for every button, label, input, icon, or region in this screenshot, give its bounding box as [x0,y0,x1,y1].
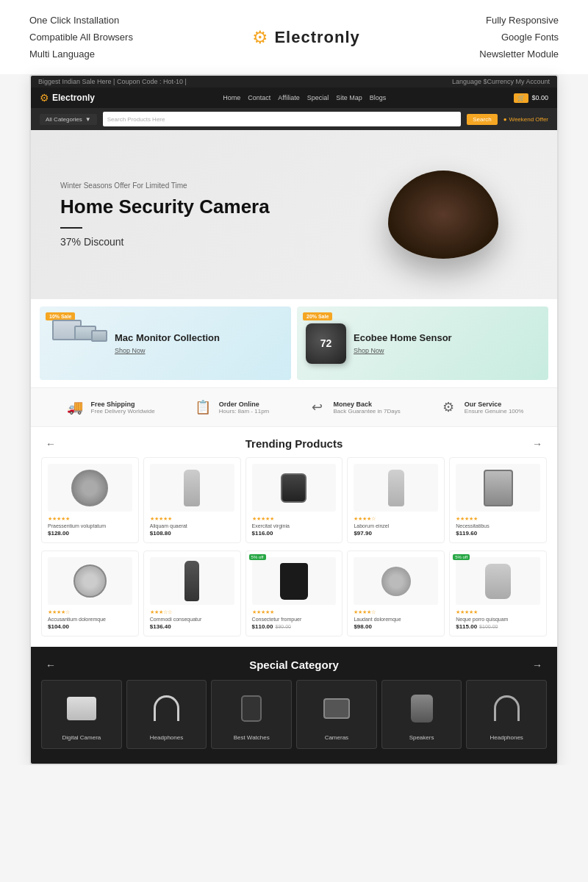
product-img-1 [48,464,132,512]
ecobee-product-image: 72 [306,323,346,364]
hero-title: Home Security Camera [60,196,270,218]
product-price-old-10: $100.00 [479,624,498,629]
top-features-bar: One Click Installation Compatible All Br… [0,0,588,74]
order-sub: Hours: 8am - 11pm [219,408,269,415]
smartwatch-icon [241,695,262,722]
product-price-6: $104.00 [48,623,132,630]
feature-3: Multi Language [29,49,133,60]
category-headphones[interactable]: Headphones [126,680,207,749]
product-card-8[interactable]: 5% off ★★★★★ Consectetur frompuer $110.0… [245,551,343,637]
nav-home[interactable]: Home [223,94,240,101]
moneyback-icon: ↩ [306,397,327,417]
site-cart[interactable]: 🛒 $0.00 [514,93,548,103]
feature-1: One Click Installation [29,15,133,26]
brand-logo-area: ⚙ Electronly [133,27,479,48]
product-name-2: Aliquam quaerat [150,523,234,528]
speakers-img [387,688,457,728]
service-title: Our Service [465,401,524,408]
product-price-2: $108.80 [150,530,234,537]
hero-content: Winter Seasons Offer For Limited Time Ho… [60,182,270,248]
category-watches[interactable]: Best Watches [211,680,292,749]
product-card-5[interactable]: ★★★★★ Necessitatibus $119.60 [449,457,547,543]
product-card-10[interactable]: 5% off ★★★★★ Neque porro quisquam $115.0… [449,551,547,637]
search-input[interactable]: Search Products Here [103,112,462,126]
product-name-9: Laudant doloremque [354,617,438,622]
search-bar[interactable]: All Categories ▼ Search Products Here Se… [31,108,557,130]
special-prev-arrow[interactable]: ← [46,659,56,671]
nav-contact[interactable]: Contact [248,94,270,101]
product-img-6 [48,557,132,605]
product-stars-8: ★★★★★ [252,609,337,615]
product-img-10 [456,557,540,605]
nav-affiliate[interactable]: Affiliate [278,94,299,101]
product-stars-2: ★★★★★ [150,516,234,522]
promo-banner-2[interactable]: 20% Sale 72 Ecobee Home Sensor Shop Now [297,306,548,380]
product-price-10: $115.00 [456,623,477,630]
category-cameras[interactable]: Cameras [296,680,377,749]
feature-order: 📋 Order Online Hours: 8am - 11pm [193,397,269,417]
product-price-9: $98.00 [354,623,438,630]
feature-moneyback: ↩ Money Back Back Guarantee in 7Days [306,397,400,417]
product-card-9[interactable]: ★★★★☆ Laudant doloremque $98.00 [347,551,445,637]
promo-link-1[interactable]: Shop Now [115,347,220,354]
feature-2: Compatible All Browsers [29,32,133,43]
product-card-4[interactable]: ★★★★☆ Laborum einzel $97.90 [347,457,445,543]
trending-prev-arrow[interactable]: ← [46,438,56,450]
feature-6: Newsletter Module [479,49,559,60]
site-logo-icon: ⚙ [40,92,49,104]
product-card-1[interactable]: ★★★★★ Praessentium voluptatum $128.00 [41,457,139,543]
product-img-4 [354,464,438,512]
feature-service: ⚙ Our Service Ensure Genuine 100% [438,397,524,417]
promo-content-2: Ecobee Home Sensor Shop Now [354,332,452,355]
category-headphones-2[interactable]: Headphones [466,680,547,749]
feature-5: Google Fonts [479,32,559,43]
promo-link-2[interactable]: Shop Now [354,347,452,354]
cam2-product-icon [484,470,513,506]
logo-icon: ⚙ [252,27,268,48]
watches-label: Best Watches [216,734,287,741]
product-img-8 [252,557,337,605]
promo-product-1-image [49,320,107,368]
nav-special[interactable]: Special [307,94,329,101]
headphones-img [132,688,202,728]
moneyback-sub: Back Guarantee in 7Days [333,408,400,415]
promo-title-1: Mac Monitor Collection [115,332,220,345]
promo-content-1: Mac Monitor Collection Shop Now [115,332,220,355]
service-sub: Ensure Genuine 100% [465,408,524,415]
feature-shipping: 🚚 Free Shipping Free Delivery Worldwide [65,397,155,417]
product-price-7: $136.40 [150,623,234,630]
category-digital-camera[interactable]: Digital Camera [41,680,122,749]
product-card-6[interactable]: ★★★★☆ Accusantium doloremque $104.00 [41,551,139,637]
product-card-3[interactable]: ★★★★★ Exercitat virginia $116.00 [245,457,343,543]
digital-camera-label: Digital Camera [46,734,117,741]
hero-banner: Winter Seasons Offer For Limited Time Ho… [31,130,557,299]
speakers-icon [411,695,433,723]
site-nav[interactable]: ⚙ Electronly Home Contact Affiliate Spec… [31,87,557,108]
product-price-5: $119.60 [456,530,540,537]
product-stars-10: ★★★★★ [456,609,540,615]
site-nav-menu[interactable]: Home Contact Affiliate Special Site Map … [223,94,386,101]
category-speakers[interactable]: Speakers [381,680,462,749]
categories-dropdown[interactable]: All Categories ▼ [40,114,97,125]
trending-next-arrow[interactable]: → [532,438,542,450]
watches-img [216,688,287,728]
digital-camera-icon [67,697,96,720]
product-card-7[interactable]: ★★★☆☆ Commodi consequatur $136.40 [143,551,241,637]
promo-banner-1[interactable]: 10% Sale Mac Monitor Collection Shop Now [40,306,291,380]
bottle-product-icon [184,470,200,506]
search-button[interactable]: Search [467,114,497,125]
product-stars-5: ★★★★★ [456,516,540,522]
special-header: ← Special Category → [31,647,557,680]
product-card-2[interactable]: ★★★★★ Aliquam quaerat $108.80 [143,457,241,543]
product-stars-1: ★★★★★ [48,516,132,522]
nav-sitemap[interactable]: Site Map [336,94,362,101]
shipping-title: Free Shipping [91,401,155,408]
nav-blogs[interactable]: Blogs [370,94,387,101]
dropdown-arrow-icon: ▼ [85,116,91,123]
ecobee-screen: 72 [320,337,332,349]
order-icon: 📋 [193,397,213,417]
product-stars-3: ★★★★★ [252,516,337,522]
category-grid: Digital Camera Headphones Best Watches C… [31,680,557,764]
weekend-offer-text: Weekend Offer [509,116,548,123]
special-next-arrow[interactable]: → [532,659,542,671]
